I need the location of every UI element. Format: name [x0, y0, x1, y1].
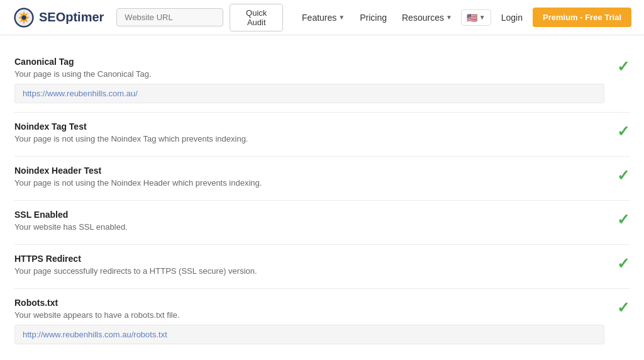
audit-item-desc-https-redirect: Your page successfully redirects to a HT…	[14, 266, 604, 276]
audit-item-title-noindex-tag-test: Noindex Tag Test	[14, 121, 604, 132]
audit-item-left-noindex-header-test: Noindex Header TestYour page is not usin…	[14, 166, 604, 191]
audit-item-desc-ssl-enabled: Your website has SSL enabled.	[14, 222, 604, 232]
seoptimer-logo-icon	[13, 6, 35, 29]
audit-item-url-canonical-tag[interactable]: https://www.reubenhills.com.au/	[14, 84, 604, 103]
nav-pricing-link[interactable]: Pricing	[353, 9, 393, 26]
quick-audit-button[interactable]: Quick Audit	[230, 4, 283, 31]
svg-point-1	[21, 15, 26, 20]
audit-item-noindex-tag-test: Noindex Tag TestYour page is not using t…	[14, 113, 630, 157]
audit-item-ssl-enabled: SSL EnabledYour website has SSL enabled.…	[14, 201, 630, 245]
audit-item-title-ssl-enabled: SSL Enabled	[14, 210, 604, 220]
resources-dropdown-arrow-icon: ▼	[446, 14, 452, 21]
audit-item-desc-canonical-tag: Your page is using the Canonical Tag.	[14, 69, 604, 79]
audit-item-robots-txt: Robots.txtYour website appears to have a…	[14, 289, 630, 353]
nav-links: Features ▼ Pricing Resources ▼ 🇺🇸 ▼ Logi…	[296, 8, 631, 27]
pass-check-icon-canonical-tag: ✓	[617, 58, 630, 76]
pass-check-icon-https-redirect: ✓	[617, 255, 630, 273]
audit-item-left-ssl-enabled: SSL EnabledYour website has SSL enabled.	[14, 210, 604, 235]
audit-item-title-noindex-header-test: Noindex Header Test	[14, 166, 604, 176]
audit-item-header-ssl-enabled: SSL EnabledYour website has SSL enabled.…	[14, 210, 630, 235]
audit-item-noindex-header-test: Noindex Header TestYour page is not usin…	[14, 157, 630, 201]
audit-results-container: Canonical TagYour page is using the Cano…	[4, 35, 640, 360]
audit-item-header-noindex-tag-test: Noindex Tag TestYour page is not using t…	[14, 121, 630, 147]
audit-item-header-https-redirect: HTTPS RedirectYour page successfully red…	[14, 254, 630, 279]
audit-item-title-canonical-tag: Canonical Tag	[14, 57, 604, 67]
nav-resources-link[interactable]: Resources ▼	[396, 9, 458, 26]
audit-item-header-noindex-header-test: Noindex Header TestYour page is not usin…	[14, 166, 630, 191]
language-selector[interactable]: 🇺🇸 ▼	[461, 9, 491, 26]
audit-item-title-https-redirect: HTTPS Redirect	[14, 254, 604, 264]
audit-item-desc-noindex-header-test: Your page is not using the Noindex Heade…	[14, 178, 604, 188]
audit-item-desc-noindex-tag-test: Your page is not using the Noindex Tag w…	[14, 134, 604, 143]
audit-item-desc-robots-txt: Your website appears to have a robots.tx…	[14, 310, 604, 320]
audit-item-url-robots-txt[interactable]: http://www.reubenhills.com.au/robots.txt	[14, 325, 604, 344]
navbar: SEOptimer Quick Audit Features ▼ Pricing…	[0, 0, 644, 35]
audit-item-canonical-tag: Canonical TagYour page is using the Cano…	[14, 48, 630, 113]
audit-item-https-redirect: HTTPS RedirectYour page successfully red…	[14, 245, 630, 289]
pass-check-icon-noindex-tag-test: ✓	[617, 123, 630, 140]
url-input[interactable]	[116, 8, 223, 26]
audit-item-left-https-redirect: HTTPS RedirectYour page successfully red…	[14, 254, 604, 279]
pass-check-icon-ssl-enabled: ✓	[617, 211, 630, 228]
nav-features-link[interactable]: Features ▼	[296, 9, 351, 26]
pass-check-icon-noindex-header-test: ✓	[617, 167, 630, 184]
audit-item-left-canonical-tag: Canonical TagYour page is using the Cano…	[14, 57, 604, 103]
audit-item-header-canonical-tag: Canonical TagYour page is using the Cano…	[14, 57, 630, 103]
pass-check-icon-robots-txt: ✓	[617, 299, 630, 317]
flag-dropdown-arrow-icon: ▼	[479, 14, 486, 21]
audit-item-left-robots-txt: Robots.txtYour website appears to have a…	[14, 298, 604, 344]
premium-free-trial-button[interactable]: Premium - Free Trial	[533, 8, 631, 27]
brand-logo-link[interactable]: SEOptimer	[13, 6, 104, 29]
login-link[interactable]: Login	[494, 9, 530, 26]
audit-item-header-robots-txt: Robots.txtYour website appears to have a…	[14, 298, 630, 344]
brand-name-text: SEOptimer	[39, 10, 104, 25]
audit-item-title-robots-txt: Robots.txt	[14, 298, 604, 308]
audit-item-left-noindex-tag-test: Noindex Tag TestYour page is not using t…	[14, 121, 604, 147]
features-dropdown-arrow-icon: ▼	[338, 14, 345, 21]
flag-icon: 🇺🇸	[467, 13, 477, 23]
